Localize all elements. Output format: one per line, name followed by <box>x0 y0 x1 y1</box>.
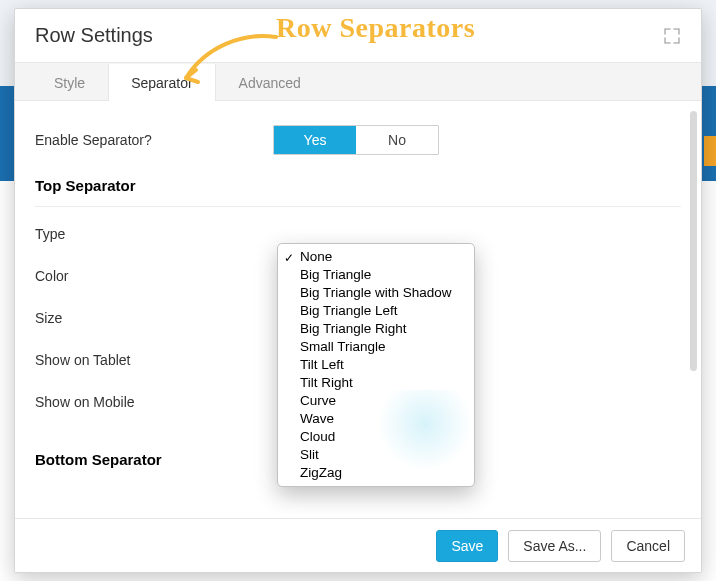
type-option[interactable]: Cloud <box>278 428 474 446</box>
modal-footer: Save Save As... Cancel <box>15 518 701 572</box>
modal-title: Row Settings <box>35 24 153 47</box>
field-enable-separator: Enable Separator? Yes No <box>35 121 681 159</box>
enable-yes-option[interactable]: Yes <box>274 126 356 154</box>
type-option[interactable]: Tilt Right <box>278 374 474 392</box>
top-separator-heading: Top Separator <box>35 159 681 207</box>
type-dropdown[interactable]: ✓NoneBig TriangleBig Triangle with Shado… <box>277 243 475 487</box>
background-stripe-orange <box>704 136 716 166</box>
type-option[interactable]: Tilt Left <box>278 356 474 374</box>
type-option[interactable]: Big Triangle Left <box>278 302 474 320</box>
type-option[interactable]: Big Triangle <box>278 266 474 284</box>
type-option[interactable]: Wave <box>278 410 474 428</box>
show-on-mobile-label: Show on Mobile <box>35 394 273 410</box>
type-option-label: ZigZag <box>300 464 342 482</box>
expand-icon[interactable] <box>663 27 681 45</box>
color-label: Color <box>35 268 273 284</box>
type-option-label: Curve <box>300 392 336 410</box>
tab-bar: Style Separator Advanced <box>15 63 701 101</box>
modal-body: Enable Separator? Yes No Top Separator T… <box>15 101 701 518</box>
type-option[interactable]: Small Triangle <box>278 338 474 356</box>
cancel-button[interactable]: Cancel <box>611 530 685 562</box>
size-label: Size <box>35 310 273 326</box>
enable-separator-toggle[interactable]: Yes No <box>273 125 439 155</box>
type-option[interactable]: Big Triangle Right <box>278 320 474 338</box>
row-settings-modal: Row Settings Style Separator Advanced En… <box>14 8 702 573</box>
type-option[interactable]: ZigZag <box>278 464 474 482</box>
modal-header: Row Settings <box>15 9 701 63</box>
enable-separator-label: Enable Separator? <box>35 132 273 148</box>
check-icon: ✓ <box>284 249 294 267</box>
type-option-label: Wave <box>300 410 334 428</box>
type-option[interactable]: Big Triangle with Shadow <box>278 284 474 302</box>
type-option[interactable]: Curve <box>278 392 474 410</box>
type-option[interactable]: Slit <box>278 446 474 464</box>
save-button[interactable]: Save <box>436 530 498 562</box>
type-option-label: Big Triangle Left <box>300 302 398 320</box>
scrollbar[interactable] <box>690 111 697 371</box>
type-option-label: Big Triangle with Shadow <box>300 284 452 302</box>
type-option-label: Cloud <box>300 428 335 446</box>
type-option-label: None <box>300 248 332 266</box>
type-option[interactable]: ✓None <box>278 248 474 266</box>
enable-no-option[interactable]: No <box>356 126 438 154</box>
type-option-label: Big Triangle Right <box>300 320 407 338</box>
type-option-label: Slit <box>300 446 319 464</box>
tab-separator[interactable]: Separator <box>108 64 215 101</box>
show-on-tablet-label: Show on Tablet <box>35 352 273 368</box>
type-option-label: Tilt Left <box>300 356 344 374</box>
save-as-button[interactable]: Save As... <box>508 530 601 562</box>
type-option-label: Small Triangle <box>300 338 386 356</box>
tab-advanced[interactable]: Advanced <box>216 64 324 101</box>
type-label: Type <box>35 226 273 242</box>
type-option-label: Big Triangle <box>300 266 371 284</box>
type-option-label: Tilt Right <box>300 374 353 392</box>
tab-style[interactable]: Style <box>31 64 108 101</box>
